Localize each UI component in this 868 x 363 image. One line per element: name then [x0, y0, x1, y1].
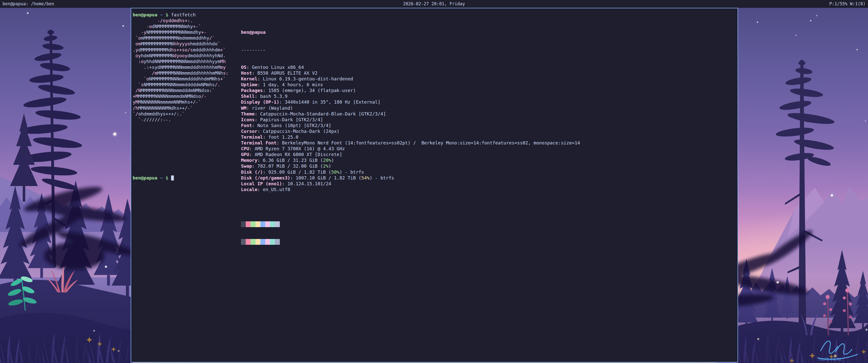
fastfetch-separator: ---------	[241, 47, 580, 53]
fastfetch-entry: Terminal: foot 1.25.0	[241, 134, 580, 140]
prompt-command: fastfetch	[171, 12, 196, 18]
fastfetch-entry: CPU: AMD Ryzen 7 3700X (16) @ 4.43 GHz	[241, 146, 580, 152]
status-bar: ben@papua: /home/ben 2026-02-27 20:01, F…	[0, 0, 868, 8]
blank-line	[241, 204, 580, 210]
prompt-dir: ~	[160, 175, 163, 180]
fastfetch-entry: Packages: 1585 (emerge), 34 (flatpak-use…	[241, 88, 580, 93]
palette-swatch	[270, 239, 275, 245]
desktop: louie.co.nz ben@papua: /home/ben 2026-02…	[0, 0, 868, 363]
fastfetch-entry: Locale: en_US.utf8	[241, 187, 580, 192]
palette-swatch	[260, 221, 265, 227]
palette-swatch	[256, 239, 260, 245]
ascii-art-line: yMMNNNNNNNmmmmmNNMmhs+/-`	[133, 99, 228, 105]
ascii-art-line: `oNMMMMMMMNNNmmmddddhhdmMNhs+`	[133, 76, 228, 82]
fastfetch-entry: Disk (/): 925.09 GiB / 1.82 TiB (50%) - …	[241, 169, 580, 175]
fastfetch-entry: Kernel: Linux 6.19.3-gentoo-dist-hardene…	[241, 76, 580, 82]
fastfetch-info: ben@papua --------- OS: Gentoo Linux x86…	[241, 18, 580, 256]
ascii-art-line: `omMMMMMMMMMMMMNmdmmmmddhhy/`	[133, 35, 228, 41]
palette-swatch	[275, 221, 280, 227]
bar-clock: 2026-02-27 20:01, Friday	[0, 0, 868, 8]
ascii-art-line: /mMMMMMMNNNmmmdddhhhhhmMNhs:	[133, 70, 228, 76]
palette-swatch	[275, 239, 280, 245]
fastfetch-entry: Uptime: 1 day, 4 hours, 6 mins	[241, 82, 580, 88]
palette-swatch	[265, 239, 270, 245]
fastfetch-entry: WM: river (Wayland)	[241, 105, 580, 111]
prompt-line-1: ben@papua ~ $ fastfetch	[133, 12, 195, 18]
palette-swatch	[246, 239, 251, 245]
fastfetch-title: ben@papua	[241, 29, 580, 35]
palette-row-1	[241, 221, 580, 227]
ascii-art-line: -/oyddmdhs+:.	[133, 18, 228, 24]
prompt-user-host: ben@papua	[133, 175, 157, 180]
ascii-art-line: :oyhhdNNMMMMMMMNNNmmddhhhhhyymMh	[133, 59, 228, 64]
palette-swatch	[251, 239, 255, 245]
ascii-art-line: /NMMMMMMMMNNNNmmmdddmNMNdso:`	[133, 88, 228, 93]
fastfetch-entry: GPU: AMD Radeon RX 6800 XT [Discrete]	[241, 152, 580, 157]
ascii-art-line: `-//////:--.	[133, 117, 228, 123]
fastfetch-entry: Disk (/opt/games3): 1007.10 GiB / 1.82 T…	[241, 175, 580, 181]
ascii-art: -/oyddmdhs+:. -odNMMMMMMMMNNmhy+-` -yNMM…	[133, 18, 228, 123]
fastfetch-entry: Font: Noto Sans (10pt) [GTK2/3/4]	[241, 123, 580, 128]
terminal-content[interactable]: ben@papua ~ $ fastfetch -/oyddmdhs+:. -o…	[133, 12, 736, 361]
terminal-cursor[interactable]	[171, 175, 174, 180]
ascii-art-line: .:+sydNMMMMNNNmmmdddhhhhhhmMmy	[133, 64, 228, 70]
prompt-symbol: $	[165, 12, 168, 18]
fastfetch-entry: Shell: bash 5.3.9	[241, 93, 580, 99]
palette-swatch	[260, 239, 265, 245]
prompt-user-host: ben@papua	[133, 12, 157, 18]
palette-swatch	[246, 221, 251, 227]
ascii-art-line: omMMMMMMMMMMMNhhyyyohmdddhhhdo`	[133, 41, 228, 46]
wallpaper-signature: louie.co.nz	[818, 357, 841, 362]
palette-swatch	[256, 221, 260, 227]
ascii-art-line: .ydMMMMMMMMMMdhs++so/smdddhhhhdm+`	[133, 47, 228, 53]
ascii-art-line: -yNMMMMMMMMMMMNNNmmdhy+-	[133, 29, 228, 35]
terminal-window[interactable]: ben@papua ~ $ fastfetch -/oyddmdhs+:. -o…	[131, 8, 738, 363]
prompt-symbol: $	[165, 175, 168, 180]
fastfetch-entry: Cursor: Catppuccin-Mocha-Dark (24px)	[241, 128, 580, 134]
fastfetch-entry: Memory: 6.36 GiB / 31.23 GiB (20%)	[241, 157, 580, 163]
fastfetch-entry: Display (DP-1): 3440x1440 in 35", 180 Hz…	[241, 99, 580, 105]
fastfetch-entry: Theme: Catppuccin-Mocha-Standard-Blue-Da…	[241, 111, 580, 117]
palette-swatch	[241, 221, 246, 227]
palette-swatch	[241, 239, 246, 245]
palette-row-2	[241, 239, 580, 245]
palette-swatch	[265, 221, 270, 227]
ascii-art-line: /hMMNNNNNNNNMNdhs++/-`	[133, 105, 228, 111]
ascii-art-line: `sNMMMMMMMMNNNmmmdddddmNMmhs/.	[133, 82, 228, 88]
fastfetch-entry: Local IP (eno1): 10.124.15.101/24	[241, 181, 580, 187]
fastfetch-entry: OS: Gentoo Linux x86_64	[241, 64, 580, 70]
fastfetch-entry: Swap: 782.07 MiB / 32.00 GiB (2%)	[241, 163, 580, 169]
fastfetch-entries: OS: Gentoo Linux x86_64Host: B550 AORUS …	[241, 64, 580, 192]
prompt-dir: ~	[160, 12, 163, 18]
ascii-art-line: `/ohdmmddhys+++/:.`	[133, 111, 228, 117]
fastfetch-entry: Host: B550 AORUS ELITE AX V2	[241, 70, 580, 76]
ascii-art-line: +MMMMMMMNNNNNmmmmdmNMNdso/-	[133, 93, 228, 99]
fastfetch-entry: Terminal Font: BerkeleyMono Nerd Font (1…	[241, 140, 580, 146]
palette-swatch	[251, 221, 255, 227]
ascii-art-line: oyhdmNMMMMMMMNdyooydmdddhhhhyhNd.	[133, 53, 228, 59]
fastfetch-entry: Icons: Papirus-Dark [GTK2/3/4]	[241, 117, 580, 123]
palette-swatch	[270, 221, 275, 227]
bar-tags-status: P:1/55% W:1(8)	[829, 0, 866, 8]
prompt-line-2[interactable]: ben@papua ~ $	[133, 175, 174, 181]
ascii-art-line: -odNMMMMMMMMNNmhy+-`	[133, 24, 228, 29]
